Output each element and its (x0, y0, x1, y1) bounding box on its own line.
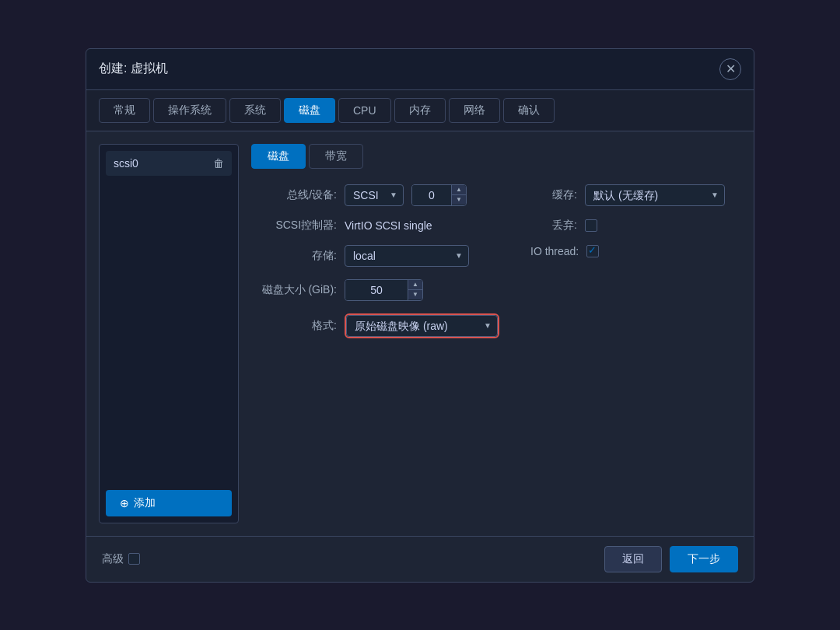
format-row: 格式: 原始磁盘映像 (raw) QEMU映像格式 (qcow2) VMware… (251, 313, 499, 338)
storage-label: 存储: (251, 249, 337, 263)
device-spinner-arrows: ▲ ▼ (451, 185, 466, 205)
disk-size-input[interactable] (345, 280, 408, 300)
tab-confirm[interactable]: 确认 (503, 98, 555, 123)
sub-tab-bandwidth[interactable]: 带宽 (309, 144, 363, 169)
sub-tab-bar: 磁盘 带宽 (251, 144, 741, 169)
discard-row: 丢弃: (530, 219, 741, 233)
format-select-wrapper: 原始磁盘映像 (raw) QEMU映像格式 (qcow2) VMware映像格式… (345, 313, 499, 338)
tab-disk[interactable]: 磁盘 (284, 98, 335, 123)
back-button[interactable]: 返回 (604, 546, 662, 572)
discard-checkbox-wrapper (585, 219, 597, 232)
bus-select-wrapper: SCSI VirtIO IDE SATA ▼ (345, 184, 404, 206)
tab-os[interactable]: 操作系统 (153, 98, 226, 123)
format-label: 格式: (251, 319, 337, 333)
bus-select[interactable]: SCSI VirtIO IDE SATA (345, 184, 404, 206)
add-disk-button[interactable]: ⊕ 添加 (106, 490, 232, 516)
tab-network[interactable]: 网络 (449, 98, 500, 123)
cache-label: 缓存: (530, 188, 577, 202)
advanced-label: 高级 (102, 552, 124, 566)
io-thread-label: IO thread: (530, 245, 579, 257)
title-bar: 创建: 虚拟机 ✕ (86, 49, 754, 90)
bus-device-row: 总线/设备: SCSI VirtIO IDE SATA ▼ (251, 184, 499, 206)
cache-row: 缓存: 默认 (无缓存) 无 写入 写入+读取 ▼ (530, 184, 741, 206)
form-right: 缓存: 默认 (无缓存) 无 写入 写入+读取 ▼ (523, 184, 741, 338)
disk-size-spinner-arrows: ▲ ▼ (408, 280, 422, 300)
cache-select[interactable]: 默认 (无缓存) 无 写入 写入+读取 (585, 184, 725, 206)
disk-size-up-button[interactable]: ▲ (408, 280, 422, 290)
disk-item-label: scsi0 (114, 157, 138, 170)
create-vm-dialog: 创建: 虚拟机 ✕ 常规 操作系统 系统 磁盘 CPU 内存 网络 确认 scs… (86, 48, 754, 583)
discard-checkbox[interactable] (585, 219, 597, 232)
io-thread-row: IO thread: (530, 245, 741, 257)
footer-left: 高级 (102, 552, 140, 566)
disk-size-down-button[interactable]: ▼ (408, 290, 422, 299)
device-down-button[interactable]: ▼ (452, 195, 466, 205)
cache-select-wrapper: 默认 (无缓存) 无 写入 写入+读取 ▼ (585, 184, 725, 206)
disk-size-row: 磁盘大小 (GiB): ▲ ▼ (251, 279, 499, 301)
sub-tab-disk[interactable]: 磁盘 (251, 144, 306, 169)
list-item: scsi0 🗑 (106, 151, 232, 176)
add-label: 添加 (134, 496, 156, 510)
add-icon: ⊕ (120, 497, 129, 509)
tab-system[interactable]: 系统 (229, 98, 281, 123)
scsi-controller-row: SCSI控制器: VirtIO SCSI single (251, 219, 499, 233)
discard-label: 丢弃: (530, 219, 577, 233)
io-thread-checkbox[interactable] (586, 245, 599, 257)
tab-general[interactable]: 常规 (99, 98, 150, 123)
scsi-controller-label: SCSI控制器: (251, 219, 337, 233)
bus-device-label: 总线/设备: (251, 188, 337, 202)
storage-row: 存储: local local-lvm ▼ (251, 245, 499, 267)
device-input[interactable] (412, 185, 451, 205)
format-select[interactable]: 原始磁盘映像 (raw) QEMU映像格式 (qcow2) VMware映像格式… (346, 315, 498, 337)
dialog-title: 创建: 虚拟机 (99, 61, 168, 77)
tab-bar: 常规 操作系统 系统 磁盘 CPU 内存 网络 确认 (86, 90, 754, 131)
advanced-checkbox[interactable] (128, 553, 140, 565)
disk-size-spinner: ▲ ▼ (345, 279, 423, 301)
close-button[interactable]: ✕ (719, 58, 741, 80)
scsi-controller-value: VirtIO SCSI single (345, 219, 432, 232)
tab-cpu[interactable]: CPU (338, 98, 391, 123)
device-up-button[interactable]: ▲ (452, 185, 466, 195)
storage-select[interactable]: local local-lvm (345, 245, 469, 267)
tab-memory[interactable]: 内存 (394, 98, 446, 123)
next-button[interactable]: 下一步 (670, 546, 738, 572)
form-grid: 总线/设备: SCSI VirtIO IDE SATA ▼ (251, 184, 741, 338)
dialog-body: scsi0 🗑 ⊕ 添加 磁盘 带宽 总线/设备: (86, 131, 754, 536)
form-left: 总线/设备: SCSI VirtIO IDE SATA ▼ (251, 184, 523, 338)
dialog-footer: 高级 返回 下一步 (86, 536, 754, 582)
storage-select-wrapper: local local-lvm ▼ (345, 245, 469, 267)
main-content: 磁盘 带宽 总线/设备: SCSI VirtIO IDE (239, 144, 741, 523)
device-spinner: ▲ ▼ (411, 184, 467, 206)
delete-icon[interactable]: 🗑 (213, 157, 224, 170)
sidebar: scsi0 🗑 ⊕ 添加 (99, 144, 239, 523)
disk-size-label: 磁盘大小 (GiB): (251, 283, 337, 297)
io-thread-checkbox-wrapper (586, 245, 599, 257)
